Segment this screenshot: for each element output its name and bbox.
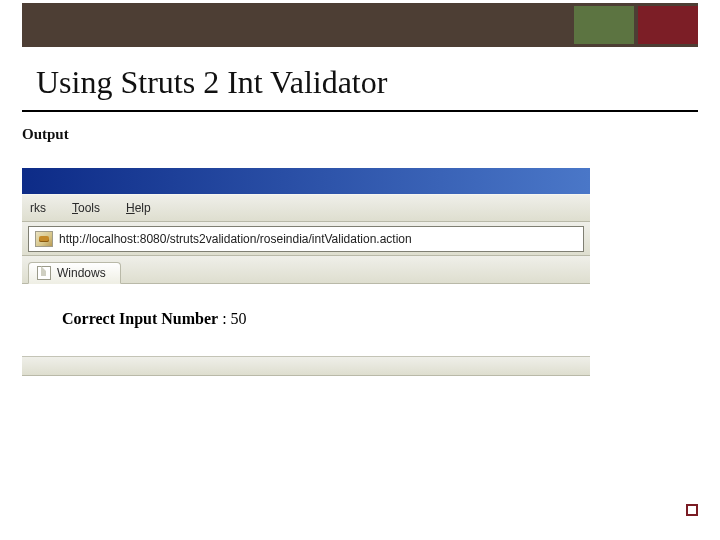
address-input[interactable]: http://localhost:8080/struts2validation/… [28,226,584,252]
slide: Using Struts 2 Int Validator Output rks … [0,0,720,540]
menu-tools[interactable]: Tools [72,201,100,215]
result-colon: : [222,310,230,327]
band-accent-red [638,6,698,44]
tab-strip: Windows [22,256,590,284]
menu-help[interactable]: Help [126,201,151,215]
result-value: 50 [231,310,247,327]
page-content: Correct Input Number : 50 [22,284,590,356]
page-icon [37,266,51,280]
slide-subtitle: Output [22,126,69,143]
site-favicon-icon [35,231,53,247]
band-accent-green [574,6,634,44]
slide-title: Using Struts 2 Int Validator [36,64,387,101]
browser-screenshot: rks Tools Help http://localhost:8080/str… [22,168,590,376]
tab-windows[interactable]: Windows [28,262,121,284]
menu-bookmarks-fragment[interactable]: rks [30,201,46,215]
menu-bar: rks Tools Help [22,194,590,222]
address-url: http://localhost:8080/struts2validation/… [59,232,412,246]
tab-label: Windows [57,266,106,280]
result-label: Correct Input Number [62,310,218,327]
band-rule-bottom [22,44,698,47]
browser-bottom-bar [22,356,590,376]
slide-top-band [22,6,698,44]
window-title-bar [22,168,590,194]
address-toolbar: http://localhost:8080/struts2validation/… [22,222,590,256]
slide-marker-icon [686,504,698,516]
slide-title-underline [22,110,698,112]
